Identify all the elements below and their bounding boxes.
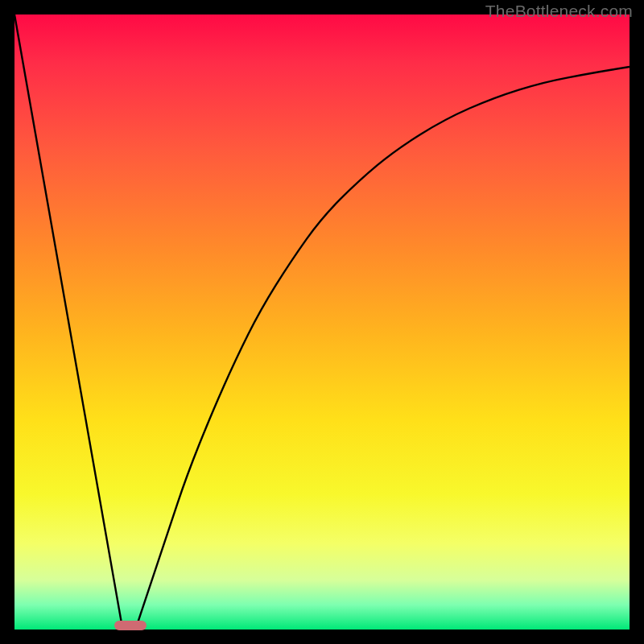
right-curve-path [138, 67, 630, 623]
bottleneck-marker [114, 621, 147, 630]
left-line-path [14, 14, 122, 626]
chart-curves-svg [14, 14, 630, 630]
chart-frame: TheBottleneck.com [0, 0, 644, 644]
watermark-text: TheBottleneck.com [485, 2, 633, 21]
plot-area [14, 14, 630, 630]
